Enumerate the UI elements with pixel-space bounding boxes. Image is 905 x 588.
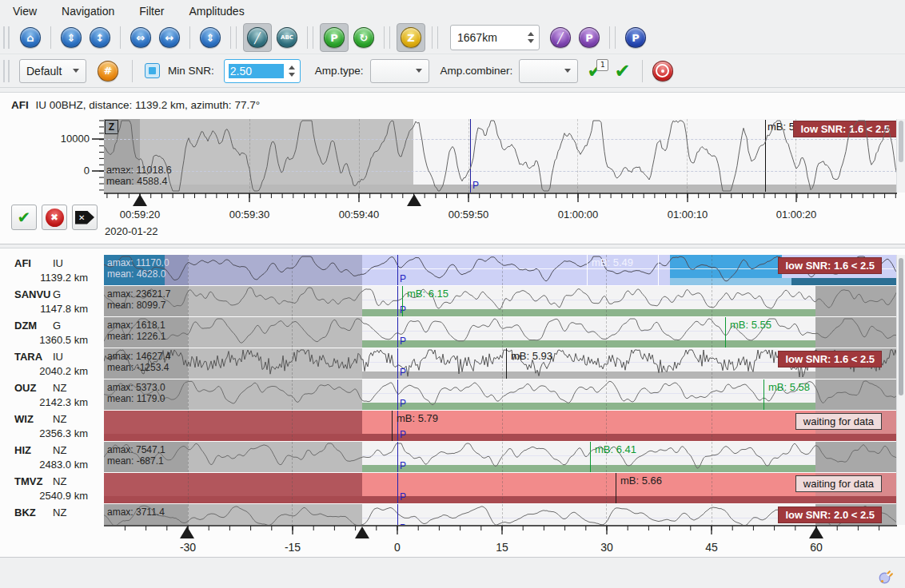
station-row-header[interactable]: BKZNZ [0,504,104,525]
expand-vertical-button[interactable]: ⇕ [61,27,82,48]
profile-combobox[interactable]: Default [19,59,86,83]
station-row-header[interactable]: DZMG1360.5 km [0,317,104,348]
station-distance: 1147.8 km [40,303,88,315]
amplitude-marker[interactable] [392,411,393,441]
station-labels-button[interactable]: ABC [277,27,297,48]
station-trace[interactable]: PmB: 5.79waiting for data [104,411,897,441]
amplitude-marker[interactable] [590,442,591,472]
accept-trace-button[interactable]: ✔ [11,205,37,230]
station-row[interactable]: DZMG1360.5 kmPmB: 5.55amax: 1618.1mean: … [0,317,905,348]
spin-down-icon[interactable] [289,73,295,77]
p-phase-marker[interactable] [397,442,398,472]
station-row-header[interactable]: SANVUG1147.8 km [0,286,104,316]
station-trace[interactable]: PmB: 5.93amax: 14627.4mean: -1253.4low S… [104,348,897,379]
p-phase-marker[interactable] [397,348,398,379]
station-trace[interactable]: PmB: 5.58amax: 5373.0mean: 1179.0 [104,379,897,410]
offset-axis[interactable] [0,523,905,542]
station-row[interactable]: HIZNZ2483.0 kmPmB: 6.41amax: 7547.1mean:… [0,442,905,472]
station-trace[interactable]: PmB: 5.49amax: 11170.0mean: 4628.0low SN… [104,255,897,285]
scrollbar-handle[interactable] [899,121,903,162]
component-z-button[interactable]: Z [401,27,421,48]
amplitude-marker[interactable] [763,379,764,410]
station-row[interactable]: BKZNZPamax: 3711.4low SNR: 2.0 < 2.5 [0,504,905,525]
trace-scrollbar[interactable] [896,119,905,193]
station-row-header[interactable]: WIZNZ2356.3 km [0,411,104,441]
expand-horizontal-button[interactable]: ⇔ [130,27,151,48]
station-row[interactable]: WIZNZ2356.3 kmPmB: 5.79waiting for data [0,411,905,441]
station-row[interactable]: TARAIU2040.2 kmPmB: 5.93amax: 14627.4mea… [0,348,905,379]
apply-amplitudes-button[interactable]: ✔ 1 [587,62,603,81]
p-phase-marker[interactable] [397,255,398,285]
p-phase-marker[interactable] [397,286,398,316]
reject-trace-button[interactable]: ✖ [42,205,67,230]
time-window-handle[interactable] [355,526,369,538]
amp-axis-label: 0 [51,165,90,177]
collapse-vertical-button[interactable]: ↕ [90,27,110,48]
amplitude-marker[interactable] [616,473,616,503]
distance-range-spinbox[interactable]: 1667km [450,25,540,50]
hash-button[interactable]: # [98,61,118,81]
spin-up-icon[interactable] [528,32,534,36]
purple-picks-button[interactable]: P [579,27,600,48]
station-trace[interactable]: PmB: 5.55amax: 1618.1mean: 1226.1 [104,317,897,348]
purple-measure-button[interactable]: ╱ [550,27,571,48]
connection-plug-icon[interactable] [878,569,894,585]
amplitude-marker[interactable] [587,255,588,285]
station-row-header[interactable]: TMVZNZ2540.9 km [0,473,104,503]
station-trace[interactable]: Pamax: 3711.4low SNR: 2.0 < 2.5 [104,504,897,525]
time-window-handle[interactable] [407,194,421,206]
station-row[interactable]: OUZNZ2142.3 kmPmB: 5.58amax: 5373.0mean:… [0,379,905,410]
repick-button[interactable]: ↻ [353,27,374,48]
station-row[interactable]: SANVUG1147.8 kmPmB: 6.15amax: 23621.7mea… [0,286,905,316]
time-axis[interactable] [0,191,905,209]
station-row-header[interactable]: AFIIU1139.2 km [0,255,104,285]
scrollbar-handle[interactable] [899,258,903,395]
amp-combiner-combobox[interactable] [519,59,578,83]
collapse-horizontal-button[interactable]: ↔ [159,27,180,48]
toolbar-handle[interactable] [3,60,10,82]
spin-down-icon[interactable] [528,39,534,43]
amplitude-window-marker[interactable] [658,255,659,285]
menu-view[interactable]: View [8,3,42,19]
list-scrollbar[interactable] [896,255,905,525]
spin-up-icon[interactable] [289,66,295,70]
measure-tool-button[interactable]: ╱ [247,27,268,48]
min-snr-checkbox[interactable] [145,63,160,78]
station-row-header[interactable]: OUZNZ2142.3 km [0,379,104,410]
menu-filter[interactable]: Filter [134,3,169,19]
mb-value-label: mB: 6.41 [595,443,636,455]
time-window-handle[interactable] [809,526,823,538]
p-phase-marker[interactable] [397,317,398,348]
spin-arrows[interactable] [523,32,539,43]
compute-amplitudes-button[interactable]: P [625,27,646,48]
amplitude-marker[interactable] [402,286,403,316]
station-row[interactable]: AFIIU1139.2 kmPmB: 5.49amax: 11170.0mean… [0,255,905,285]
time-window-handle[interactable] [133,194,147,206]
p-phase-marker[interactable] [397,473,398,503]
spin-arrows[interactable] [284,66,300,77]
home-button[interactable]: ⌂ [20,27,41,48]
station-code: SANVU [14,288,51,300]
time-window-handle[interactable] [180,526,194,538]
menu-navigation[interactable]: Navigation [57,3,119,19]
min-snr-spinbox[interactable]: 2.50 [224,59,301,83]
station-trace[interactable]: PmB: 6.15amax: 23621.7mean: 8099.7 [104,286,897,316]
station-trace[interactable]: PmB: 6.41amax: 7547.1mean: -687.1 [104,442,897,472]
skip-trace-button[interactable]: ✕ [72,205,98,230]
station-row[interactable]: TMVZNZ2540.9 kmPmB: 5.66waiting for data [0,473,905,503]
station-row-header[interactable]: HIZNZ2483.0 km [0,442,104,472]
station-trace[interactable]: PmB: 5.66waiting for data [104,473,897,503]
station-row-header[interactable]: TARAIU2040.2 km [0,348,104,379]
active-trace-plot[interactable]: P mB: 5.4 low SNR: 1.6 < 2.5 Z amax: 110… [104,119,897,193]
confirm-amplitudes-button[interactable]: ✔ [614,62,630,81]
scale-amplitudes-button[interactable]: ⇕ [200,27,221,48]
amplitude-marker[interactable] [506,348,507,379]
p-phase-marker[interactable] [397,504,398,525]
p-phase-marker[interactable] [397,379,398,410]
low-snr-badge: low SNR: 2.0 < 2.5 [778,507,882,523]
magnitude-target-button[interactable] [652,61,673,81]
amplitude-marker[interactable] [725,317,726,348]
menu-amplitudes[interactable]: Amplitudes [184,3,249,19]
amp-type-combobox[interactable] [370,59,429,83]
show-picks-button[interactable]: P [324,27,345,48]
